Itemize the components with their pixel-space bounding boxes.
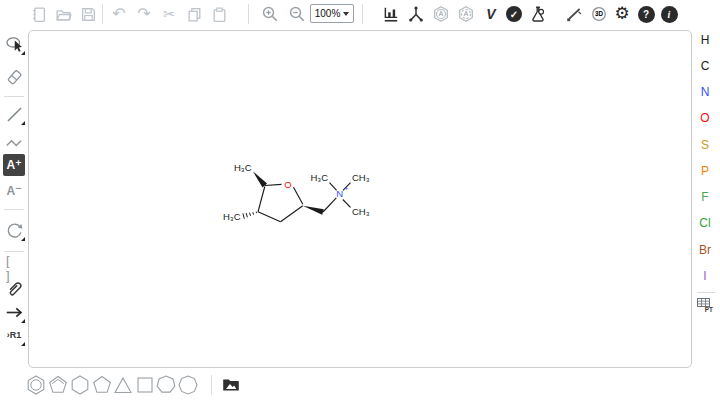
chain-tool[interactable] <box>3 131 25 153</box>
svg-text:PT: PT <box>705 306 713 313</box>
cyclopropane-template-button[interactable] <box>112 374 134 396</box>
cyclopentane-template-icon <box>91 374 113 396</box>
zoom-level-value: 100% <box>315 8 341 19</box>
atom-button-br[interactable]: Br <box>692 241 718 259</box>
atom-button-s[interactable]: S <box>692 136 718 154</box>
cyclobutane-template-icon <box>134 374 156 396</box>
clean-up-button[interactable] <box>406 3 426 25</box>
benzene-template-icon <box>25 374 47 396</box>
cyclopentane-template-button[interactable] <box>91 374 113 396</box>
copy-button[interactable] <box>184 3 204 25</box>
drawing-canvas[interactable] <box>28 30 692 368</box>
aromatize-button[interactable]: A <box>431 3 451 25</box>
settings-button[interactable]: ⚙ <box>612 2 632 24</box>
charge-plus-tool[interactable]: A⁺ <box>3 154 25 176</box>
svg-text:A: A <box>439 10 444 17</box>
aromatize-icon: A <box>432 5 450 23</box>
charge-minus-icon: A⁻ <box>7 184 22 198</box>
paste-icon <box>211 6 228 23</box>
save-button[interactable] <box>78 3 98 25</box>
atom-button-p[interactable]: P <box>692 162 718 180</box>
cyclooctane-template-icon <box>177 374 199 396</box>
new-document-icon <box>30 6 47 23</box>
cycloheptane-template-button[interactable] <box>155 374 177 396</box>
dropdown-corner <box>21 237 25 241</box>
cyclopentadiene-template-icon <box>47 374 69 396</box>
dearomatize-icon: A <box>457 5 475 23</box>
undo-icon: ↶ <box>112 6 125 22</box>
erase-icon <box>5 67 24 86</box>
settings-gear-icon: ⚙ <box>614 5 629 22</box>
help-button[interactable]: ? <box>636 3 656 25</box>
clean-up-icon <box>407 5 425 23</box>
sgroup-tool[interactable]: [ ] <box>3 257 25 279</box>
chain-icon <box>5 133 24 152</box>
template-toolbar <box>0 372 720 400</box>
cyclobutane-template-button[interactable] <box>134 374 156 396</box>
layout-icon <box>382 5 400 23</box>
cyclopropane-template-icon <box>112 374 134 396</box>
single-bond-tool[interactable] <box>3 103 25 125</box>
check-structure-button[interactable]: ✓ <box>504 3 524 25</box>
template-library-icon <box>221 375 241 395</box>
atom-palette: H C N O S P F Cl Br I PT <box>692 30 720 370</box>
about-button[interactable]: i <box>659 3 679 25</box>
caret-down-icon <box>343 12 349 16</box>
rgroup-tool[interactable]: ›R1 <box>3 324 25 346</box>
charge-minus-tool[interactable]: A⁻ <box>3 180 25 202</box>
paste-button[interactable] <box>209 3 229 25</box>
open-button[interactable] <box>53 3 73 25</box>
svg-text:A: A <box>464 10 469 17</box>
attach-icon <box>5 279 24 298</box>
atom-button-i[interactable]: I <box>692 267 718 285</box>
recognize-button[interactable] <box>564 3 584 25</box>
attach-tool[interactable] <box>3 277 25 299</box>
atom-button-h[interactable]: H <box>692 31 718 49</box>
top-toolbar: ↶ ↷ ✂ 100% A A <box>0 0 720 30</box>
dearomatize-button[interactable]: A <box>456 3 476 25</box>
erase-tool[interactable] <box>3 65 25 87</box>
open-icon <box>55 6 72 23</box>
about-icon: i <box>661 6 678 23</box>
toolbar-separator <box>4 96 24 97</box>
layout-button[interactable] <box>381 3 401 25</box>
reaction-arrow-tool[interactable] <box>3 301 25 323</box>
3d-viewer-button[interactable]: 3D <box>589 3 609 25</box>
charge-plus-icon: A⁺ <box>7 158 22 172</box>
atom-button-c[interactable]: C <box>692 57 718 75</box>
redo-button[interactable]: ↷ <box>134 3 154 25</box>
periodic-table-icon: PT <box>696 296 714 314</box>
atom-button-n[interactable]: N <box>692 83 718 101</box>
zoom-in-icon <box>261 5 279 23</box>
toolbar-separator <box>211 375 212 395</box>
atom-button-cl[interactable]: Cl <box>692 214 718 232</box>
zoom-in-button[interactable] <box>260 3 280 25</box>
calculated-values-button[interactable] <box>528 3 548 25</box>
cyclopentadiene-template-button[interactable] <box>47 374 69 396</box>
rgroup-icon: ›R1 <box>7 330 22 340</box>
undo-button[interactable]: ↶ <box>109 3 129 25</box>
zoom-level-dropdown[interactable]: 100% <box>310 4 354 23</box>
calculated-values-icon <box>529 5 547 23</box>
toolbar-separator <box>362 4 363 24</box>
atom-button-o[interactable]: O <box>692 109 718 127</box>
lasso-selection-tool[interactable] <box>3 33 25 55</box>
benzene-template-button[interactable] <box>25 374 47 396</box>
toolbar-separator <box>697 292 715 293</box>
cyclohexane-template-button[interactable] <box>69 374 91 396</box>
dropdown-corner <box>21 319 25 323</box>
new-document-button[interactable] <box>28 3 48 25</box>
redo-icon: ↷ <box>137 6 150 22</box>
zoom-out-button[interactable] <box>287 3 307 25</box>
toolbar-separator <box>102 4 103 24</box>
periodic-table-button[interactable]: PT <box>692 296 718 314</box>
cyclooctane-template-button[interactable] <box>177 374 199 396</box>
cut-button[interactable]: ✂ <box>159 3 179 25</box>
zoom-out-icon <box>288 5 306 23</box>
atom-button-f[interactable]: F <box>692 188 718 206</box>
template-library-button[interactable] <box>220 374 242 396</box>
calculate-cip-button[interactable]: V <box>481 3 501 25</box>
rotate-tool[interactable] <box>3 219 25 241</box>
3d-viewer-icon: 3D <box>590 5 608 23</box>
help-icon: ? <box>638 6 655 23</box>
